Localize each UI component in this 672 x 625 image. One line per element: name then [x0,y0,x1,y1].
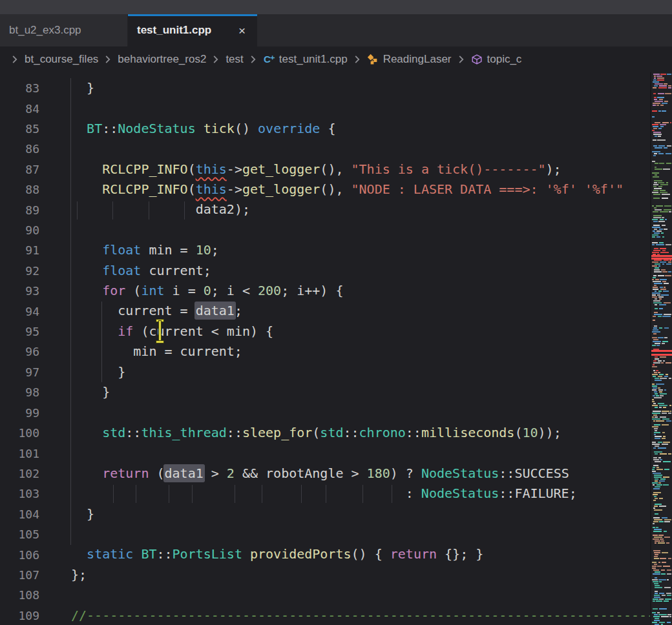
code-line-89[interactable]: 89 data2); [0,200,650,220]
code-line-84[interactable]: 84 [0,98,650,118]
token: ( [312,425,320,440]
code-text: } [48,362,650,382]
code-line-87[interactable]: 87 RCLCPP_INFO(this->get_logger(), "This… [0,159,650,179]
minimap[interactable] [650,72,672,625]
token: int [141,283,164,298]
indent-guide [362,485,363,503]
token: //--------------------------------------… [71,608,650,623]
line-number: 108 [0,588,48,602]
close-icon[interactable]: × [236,23,248,38]
occurrence-highlight: data1 [165,466,204,481]
code-line-107[interactable]: 107}; [0,565,650,585]
line-number: 92 [0,264,48,278]
code-line-88[interactable]: 88 RCLCPP_INFO(this->get_logger(), "NODE… [0,179,650,200]
breadcrumb-label: behaviortree_ros2 [118,53,206,66]
code-text: float current; [48,261,650,281]
token: {}; } [437,546,483,562]
code-line-96[interactable]: 96 min = current; [0,342,650,362]
title-bar [0,0,672,14]
token [71,546,87,562]
indent-guide [262,485,262,503]
indent-guide [112,201,113,220]
token: "This is a tick()-------" [352,161,546,177]
indent-guide [184,201,185,220]
token: } [71,384,110,400]
code-line-90[interactable]: 90 [0,220,650,240]
code-line-101[interactable]: 101 [0,443,650,463]
token: ( [188,181,196,197]
code-line-86[interactable]: 86 [0,139,650,159]
tab-bt_u2_ex3.cpp[interactable]: bt_u2_ex3.cpp [0,14,128,46]
breadcrumb-item-test[interactable]: test [224,53,244,66]
chevron-right-icon [352,54,363,65]
code-text: for (int i = 0; i < 200; i++) { [48,281,650,301]
indent-guide [149,201,149,220]
occurrence-highlight: data1 [196,303,235,318]
code-line-85[interactable]: 85 BT::NodeStatus tick() override { [0,119,650,139]
breadcrumb-item-topic_c[interactable]: topic_c [470,53,523,66]
code-text: RCLCPP_INFO(this->get_logger(), "This is… [48,159,650,179]
token: this [196,161,227,177]
code-line-94[interactable]: 94 current = data1; [0,301,650,321]
token: if [118,323,133,339]
class-icon [367,54,379,66]
token: (), [320,181,351,197]
indent-guide [301,485,302,503]
token: i = [165,283,204,298]
code-line-102[interactable]: 102 return (data1 > 2 && robotAngle > 18… [0,464,650,484]
line-number: 87 [0,163,48,176]
token: :: [125,425,141,440]
line-number: 103 [0,487,48,500]
line-number: 99 [0,406,48,420]
token: 200 [258,283,281,298]
chevron-right-icon [210,54,222,65]
breadcrumb-item-test_unit1.cpp[interactable]: C⁺test_unit1.cpp [262,53,349,66]
code-line-92[interactable]: 92 float current; [0,261,650,281]
token: ( [514,425,522,440]
code-line-104[interactable]: 104 } [0,504,650,524]
code-line-93[interactable]: 93 for (int i = 0; i < 200; i++) { [0,281,650,301]
code-line-97[interactable]: 97 } [0,362,650,382]
code-line-91[interactable]: 91 float min = 10; [0,240,650,260]
token [242,546,250,562]
token: ( [149,466,164,481]
code-line-98[interactable]: 98 } [0,382,650,402]
code-line-106[interactable]: 106 static BT::PortsList providedPorts()… [0,544,650,564]
token [71,466,102,481]
code-line-109[interactable]: 109//-----------------------------------… [0,606,650,625]
code-editor[interactable]: 83 }8485 BT::NodeStatus tick() override … [0,72,672,625]
token: ; i < [211,283,258,298]
token: ; [235,303,242,318]
code-line-100[interactable]: 100 std::this_thread::sleep_for(std::chr… [0,423,650,443]
indent-guide [101,302,102,383]
breadcrumb-item-ReadingLaser[interactable]: ReadingLaser [366,53,453,66]
tab-test_unit1.cpp[interactable]: test_unit1.cpp× [128,14,257,46]
code-line-103[interactable]: 103 : NodeStatus::FAILURE; [0,484,650,504]
breadcrumb-label: test [226,53,243,66]
token: { [320,121,335,136]
token [250,121,258,136]
code-line-108[interactable]: 108 [0,585,650,605]
code-line-95[interactable]: 95 if (current < min) { [0,322,650,342]
breadcrumb-item-bt_course_files[interactable]: bt_course_files [23,53,100,66]
code-line-83[interactable]: 83 } [0,78,650,98]
line-number: 102 [0,467,48,480]
token: this_thread [141,425,226,440]
token: override [258,121,320,136]
token [71,323,118,339]
token: std [102,425,125,440]
code-area[interactable]: 83 }8485 BT::NodeStatus tick() override … [0,72,650,625]
vscode-window: bt_u2_ex3.cpptest_unit1.cpp× bt_course_f… [0,0,672,625]
token [71,242,102,258]
token: get_logger [242,181,320,197]
code-line-105[interactable]: 105 [0,524,650,544]
token [133,546,141,562]
code-line-99[interactable]: 99 [0,403,650,423]
line-number: 106 [0,548,48,562]
line-number: 89 [0,203,48,217]
token: ); [546,161,562,177]
token: } [71,364,125,380]
token: BT [141,546,156,562]
breadcrumb-item-behaviortree_ros2[interactable]: behaviortree_ros2 [116,53,207,66]
token: } [71,506,94,522]
